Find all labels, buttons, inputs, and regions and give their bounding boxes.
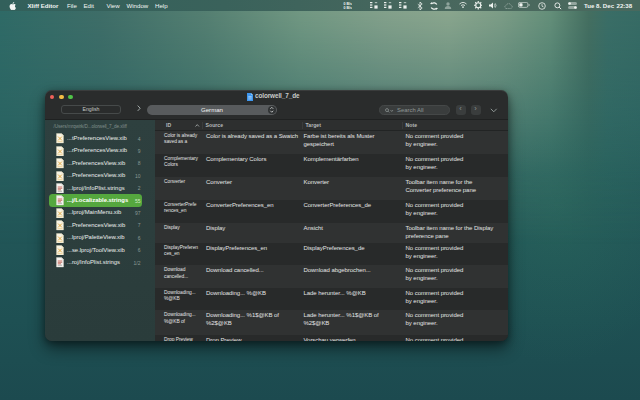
svg-text:0 B/s: 0 B/s [343, 6, 352, 10]
svg-text:0 B/s: 0 B/s [343, 2, 352, 6]
